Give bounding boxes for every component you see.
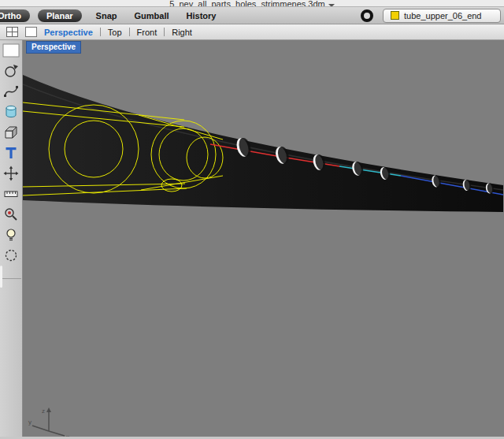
world-axes-gizmo: z y x xyxy=(28,407,69,437)
viewport-maximize-icon[interactable] xyxy=(25,27,37,37)
viewport-tab-bar: Perspective Top Front Right xyxy=(0,24,504,40)
main-area: z y x Perspective xyxy=(0,40,504,437)
viewport-maximize-glyph xyxy=(25,27,37,37)
tab-separator xyxy=(164,28,165,36)
toggle-ortho[interactable]: Ortho xyxy=(0,9,30,22)
axis-y-label: y xyxy=(28,419,32,426)
lasso-select-tool[interactable] xyxy=(2,247,20,264)
sidebar-divider xyxy=(2,278,21,279)
toggle-gumball[interactable]: Gumball xyxy=(135,11,169,20)
cylinder-tool[interactable] xyxy=(2,103,20,121)
viewport-layout-icon[interactable] xyxy=(6,27,18,37)
viewport-title-badge[interactable]: Perspective xyxy=(26,41,81,54)
viewport-canvas[interactable]: z y x xyxy=(23,40,503,437)
toggle-history[interactable]: History xyxy=(187,11,217,20)
tab-front[interactable]: Front xyxy=(137,28,158,37)
record-icon[interactable] xyxy=(361,9,373,22)
dimension-tool[interactable] xyxy=(2,185,20,203)
cylinder-icon xyxy=(3,104,19,120)
text-tool-icon xyxy=(3,145,19,161)
status-toolbar: Ortho Planar Snap Gumball History tube_u… xyxy=(0,7,504,24)
title-dropdown-icon[interactable] xyxy=(328,4,335,7)
axis-z-label: z xyxy=(42,407,45,415)
tube-model[interactable] xyxy=(23,75,503,212)
dimension-icon xyxy=(3,186,19,202)
toggle-planar[interactable]: Planar xyxy=(38,9,82,22)
sidebar-scrollbar[interactable] xyxy=(0,266,2,288)
current-layer-widget[interactable]: tube_upper_06_end xyxy=(383,9,501,23)
lightbulb-icon xyxy=(3,227,19,243)
viewport-layout-glyph xyxy=(6,27,18,37)
text-tool[interactable] xyxy=(2,144,20,162)
move-tool[interactable] xyxy=(2,165,20,182)
curve-tool[interactable] xyxy=(2,83,20,100)
tab-perspective[interactable]: Perspective xyxy=(44,28,93,37)
tab-top[interactable]: Top xyxy=(108,28,122,37)
layer-color-swatch xyxy=(391,11,399,20)
tool-sidebar xyxy=(0,40,23,437)
light-tool[interactable] xyxy=(2,226,20,244)
extrude-box-tool[interactable] xyxy=(2,124,20,141)
tab-right[interactable]: Right xyxy=(172,28,192,37)
color-well[interactable] xyxy=(2,42,20,59)
curve-icon xyxy=(3,84,19,99)
tab-separator xyxy=(100,28,101,36)
lasso-icon xyxy=(3,247,19,263)
analyze-tool[interactable] xyxy=(2,206,20,223)
viewport-perspective[interactable]: z y x Perspective xyxy=(23,40,504,437)
toggle-snap[interactable]: Snap xyxy=(96,11,117,20)
current-layer-name: tube_upper_06_end xyxy=(404,11,481,20)
tab-separator xyxy=(129,28,130,36)
orbit-icon xyxy=(3,63,19,79)
extrude-box-icon xyxy=(3,125,19,140)
window-title-bar: 5_ney_all_parts_holes_strimmenes.3dm xyxy=(0,0,504,7)
orbit-tool[interactable] xyxy=(2,62,20,80)
axis-x-label: x xyxy=(66,433,69,437)
color-well-icon xyxy=(2,43,20,58)
window-title: 5_ney_all_parts_holes_strimmenes.3dm xyxy=(169,0,325,7)
move-icon xyxy=(3,166,19,181)
magnifier-icon xyxy=(3,206,19,222)
